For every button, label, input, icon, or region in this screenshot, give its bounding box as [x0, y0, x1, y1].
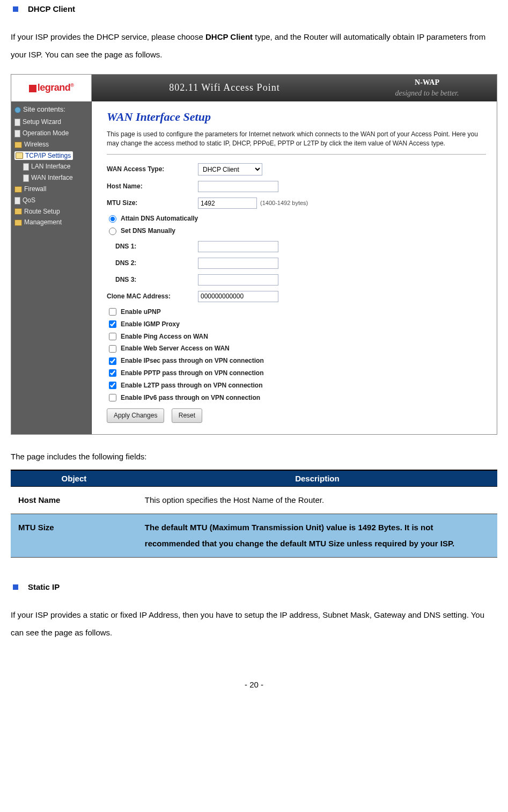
check-label: Enable L2TP pass through on VPN connecti… — [121, 381, 262, 390]
apply-button[interactable]: Apply Changes — [107, 408, 164, 423]
sidebar-heading-text: Site contents: — [23, 105, 65, 113]
sidebar-label: WAN Interface — [31, 174, 73, 181]
table-row: MTU Size The default MTU (Maximum Transm… — [11, 514, 497, 558]
logo-cell: legrand® — [11, 75, 92, 101]
fields-table: Object Description Host Name This option… — [11, 470, 497, 558]
sidebar-item-setup-wizard[interactable]: Setup Wizard — [13, 116, 89, 128]
check-ipv6[interactable]: Enable IPv6 pass through on VPN connecti… — [109, 393, 486, 403]
dhcp-para-pre: If your ISP provides the DHCP service, p… — [11, 32, 205, 41]
check-label: Enable PPTP pass through on VPN connecti… — [121, 369, 263, 378]
brand-tagline: designed to be better. — [395, 89, 459, 97]
checkbox-web[interactable] — [109, 345, 116, 353]
check-ping[interactable]: Enable Ping Access on WAN — [109, 332, 486, 341]
folder-icon — [14, 186, 22, 193]
file-icon — [14, 119, 20, 126]
check-igmp[interactable]: Enable IGMP Proxy — [109, 320, 486, 329]
clone-mac-input[interactable] — [198, 291, 278, 302]
label-wan-access: WAN Access Type: — [107, 165, 198, 174]
label-dns2: DNS 2: — [115, 259, 198, 268]
folder-icon — [14, 142, 22, 148]
reset-button[interactable]: Reset — [172, 408, 202, 423]
sidebar-item-tcpip[interactable]: TCP/IP Settings — [13, 150, 89, 162]
check-label: Enable IPv6 pass through on VPN connecti… — [121, 393, 260, 403]
bullet-icon — [13, 584, 18, 590]
check-ipsec[interactable]: Enable IPsec pass through on VPN connect… — [109, 356, 486, 365]
fields-intro: The page includes the following fields: — [11, 451, 497, 462]
section-static-title: Static IP — [28, 581, 60, 592]
wan-access-select[interactable]: DHCP Client — [198, 163, 262, 175]
sidebar-label: QoS — [23, 196, 35, 204]
check-upnp[interactable]: Enable uPNP — [109, 308, 486, 317]
logo-square-icon — [29, 85, 36, 92]
dhcp-para-bold: DHCP Client — [205, 32, 253, 41]
label-dns1: DNS 1: — [115, 242, 198, 251]
check-label: Enable IGMP Proxy — [121, 320, 180, 329]
sidebar-label: LAN Interface — [31, 163, 70, 170]
radio-attain-label: Attain DNS Automatically — [121, 214, 198, 223]
sidebar-label: Firewall — [24, 185, 46, 193]
cell-desc: This option specifies the Host Name of t… — [137, 487, 497, 514]
checkbox-ipv6[interactable] — [109, 394, 116, 401]
checkbox-l2tp[interactable] — [109, 382, 116, 389]
dns2-input[interactable] — [198, 258, 278, 269]
topbar-tagline: N-WAP designed to be better. — [357, 75, 497, 101]
dns1-input[interactable] — [198, 241, 278, 252]
sidebar-label: Management — [24, 218, 62, 226]
host-name-input[interactable] — [198, 181, 278, 192]
checkbox-ipsec[interactable] — [109, 357, 116, 365]
sidebar-label: Operation Mode — [23, 129, 69, 137]
sidebar-item-operation-mode[interactable]: Operation Mode — [13, 128, 89, 139]
router-screenshot: legrand® 802.11 Wifi Access Point N-WAP … — [11, 74, 497, 435]
topbar-title: 802.11 Wifi Access Point — [92, 75, 357, 101]
sidebar-item-management[interactable]: Management — [13, 217, 89, 228]
radio-attain-input[interactable] — [109, 215, 116, 223]
row-host-name: Host Name: — [107, 181, 486, 192]
section-dhcp-title: DHCP Client — [28, 3, 75, 14]
radio-manual-input[interactable] — [109, 228, 116, 235]
sidebar-item-wireless[interactable]: Wireless — [13, 139, 89, 150]
label-clone-mac: Clone MAC Address: — [107, 292, 198, 301]
mtu-input[interactable] — [198, 197, 257, 209]
globe-icon — [14, 107, 21, 113]
checkbox-pptp[interactable] — [109, 369, 116, 377]
sidebar: Site contents: Setup Wizard Operation Mo… — [11, 101, 92, 434]
checkbox-igmp[interactable] — [109, 320, 116, 328]
radio-manual-dns[interactable]: Set DNS Manually — [109, 226, 486, 236]
row-wan-access: WAN Access Type: DHCP Client — [107, 163, 486, 175]
file-icon — [14, 197, 20, 204]
sidebar-item-lan[interactable]: LAN Interface — [13, 161, 89, 172]
check-label: Enable uPNP — [121, 308, 161, 317]
cell-object: MTU Size — [11, 514, 137, 558]
file-icon — [14, 130, 20, 137]
sidebar-item-wan[interactable]: WAN Interface — [13, 172, 89, 184]
check-web[interactable]: Enable Web Server Access on WAN — [109, 344, 486, 353]
sidebar-label: Wireless — [24, 141, 49, 148]
sidebar-item-route-setup[interactable]: Route Setup — [13, 206, 89, 217]
label-host-name: Host Name: — [107, 182, 198, 191]
wan-desc: This page is used to configure the param… — [107, 130, 486, 148]
divider — [107, 154, 486, 155]
row-dns3: DNS 3: — [115, 274, 486, 286]
folder-open-icon — [16, 152, 23, 159]
row-dns2: DNS 2: — [115, 258, 486, 269]
check-l2tp[interactable]: Enable L2TP pass through on VPN connecti… — [109, 381, 486, 390]
folder-icon — [14, 220, 22, 226]
radio-attain-dns[interactable]: Attain DNS Automatically — [109, 214, 486, 223]
mtu-hint: (1400-1492 bytes) — [260, 199, 308, 207]
check-label: Enable Ping Access on WAN — [121, 332, 208, 341]
sidebar-item-qos[interactable]: QoS — [13, 195, 89, 206]
check-label: Enable Web Server Access on WAN — [121, 344, 230, 353]
sidebar-item-firewall[interactable]: Firewall — [13, 184, 89, 195]
dns3-input[interactable] — [198, 274, 278, 286]
logo-text: legrand — [38, 82, 71, 93]
checkbox-upnp[interactable] — [109, 308, 116, 316]
cell-object: Host Name — [11, 487, 137, 514]
button-row: Apply Changes Reset — [107, 408, 486, 423]
row-mtu: MTU Size: (1400-1492 bytes) — [107, 197, 486, 209]
check-pptp[interactable]: Enable PPTP pass through on VPN connecti… — [109, 369, 486, 378]
brand-nwap: N-WAP — [415, 78, 439, 86]
sidebar-label: Route Setup — [24, 208, 60, 215]
label-mtu: MTU Size: — [107, 199, 198, 208]
checkbox-ping[interactable] — [109, 333, 116, 340]
label-dns3: DNS 3: — [115, 275, 198, 284]
